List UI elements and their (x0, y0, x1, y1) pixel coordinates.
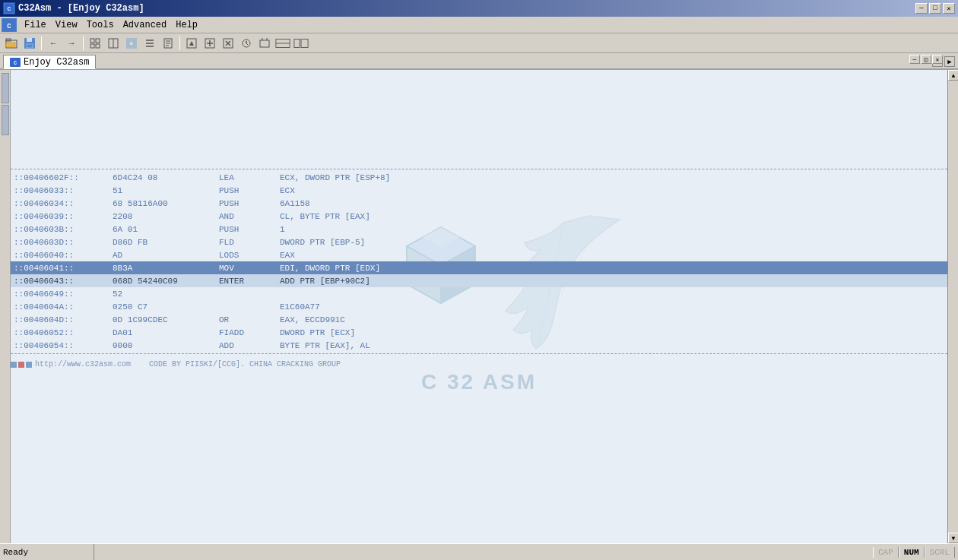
toolbar-back[interactable]: ← (45, 35, 62, 52)
code-row-2: ::00406034:: 68 58116A00 PUSH 6A1158 (11, 197, 947, 210)
code-mnem-7: MOV (219, 264, 280, 273)
code-ops-1: ECX (280, 186, 944, 195)
code-bytes-7: 8B3A (113, 264, 219, 273)
maximize-button[interactable]: □ (929, 3, 941, 14)
menu-file[interactable]: File (20, 17, 51, 33)
scroll-up-btn[interactable]: ▲ (948, 70, 958, 81)
toolbar-sep-2 (83, 36, 84, 50)
code-ops-2: 6A1158 (280, 199, 944, 208)
inner-restore-btn[interactable]: ◫ (921, 55, 931, 64)
toolbar-sep-1 (41, 36, 42, 50)
code-bytes-4: 6A 01 (113, 225, 219, 234)
status-num: NUM (899, 547, 925, 558)
code-ops-6: EAX (280, 251, 944, 260)
code-row-9: ::00406049:: 52 (11, 287, 947, 300)
code-mnem-1: PUSH (219, 186, 280, 195)
code-row-11: ::0040604D:: 0D 1C99CDEC OR EAX, ECCD991… (11, 313, 947, 326)
url-squares (11, 362, 32, 368)
toolbar: ← → ≡ (0, 33, 958, 53)
scroll-track[interactable] (948, 81, 958, 533)
code-bytes-9: 52 (113, 289, 219, 299)
inner-window-controls: ─ ◫ ✕ (909, 55, 943, 64)
code-ops-5: DWORD PTR [EBP-5] (280, 238, 944, 247)
toolbar-b11[interactable] (274, 35, 291, 52)
svg-rect-36 (260, 40, 269, 47)
toolbar-b3[interactable]: ≡ (123, 35, 140, 52)
title-text: C32Asm - [Enjoy C32asm] (18, 3, 144, 14)
svg-rect-42 (301, 39, 308, 47)
code-addr-3: ::00406039:: (14, 212, 113, 221)
code-row-8[interactable]: ::00406043:: 068D 54240C09 ENTER ADD PTR… (11, 274, 947, 287)
toolbar-b8[interactable] (220, 35, 236, 52)
code-addr-12: ::00406052:: (14, 328, 113, 337)
tab-bar: C Enjoy C32asm ◀ ▶ ─ ◫ ✕ (0, 53, 958, 70)
code-bytes-12: DA01 (113, 328, 219, 337)
code-ops-13: BYTE PTR [EAX], AL (280, 341, 944, 350)
code-row-12: ::00406052:: DA01 FIADD DWORD PTR [ECX] (11, 326, 947, 339)
toolbar-b7[interactable] (201, 35, 218, 52)
inner-close-btn[interactable]: ✕ (932, 55, 943, 64)
menu-bar: C File View Tools Advanced Help (0, 17, 958, 33)
code-mnem-5: FLD (219, 238, 280, 247)
code-mnem-13: ADD (219, 341, 280, 350)
tab-enjoy-c32asm[interactable]: C Enjoy C32asm (3, 55, 96, 69)
toolbar-sep-3 (179, 36, 180, 50)
code-ops-10: E1C60A77 (280, 302, 944, 312)
svg-text:C: C (7, 23, 11, 30)
svg-rect-10 (90, 39, 94, 43)
toolbar-b2[interactable] (105, 35, 122, 52)
toolbar-b1[interactable] (87, 35, 103, 52)
url-sq-3 (26, 362, 32, 368)
footer-url-text: http://www.c32asm.com (35, 360, 131, 369)
menu-tools[interactable]: Tools (82, 17, 119, 33)
title-bar: C C32Asm - [Enjoy C32asm] ─ □ ✕ (0, 0, 958, 17)
code-ops-12: DWORD PTR [ECX] (280, 328, 944, 337)
panel-indicator-2[interactable] (2, 105, 9, 135)
code-addr-0: ::00406602F:: (14, 173, 113, 182)
svg-line-35 (246, 43, 248, 45)
toolbar-b10[interactable] (256, 35, 273, 52)
toolbar-b4[interactable] (141, 35, 158, 52)
close-button[interactable]: ✕ (943, 3, 955, 14)
menu-help[interactable]: Help (171, 17, 202, 33)
svg-rect-12 (90, 44, 94, 48)
code-border-top (11, 169, 947, 169)
code-ops-3: CL, BYTE PTR [EAX] (280, 212, 944, 221)
code-mnem-0: LEA (219, 173, 280, 182)
code-ops-8: ADD PTR [EBP+90C2] (280, 277, 944, 286)
tab-nav-right[interactable]: ▶ (944, 56, 955, 67)
svg-rect-11 (96, 39, 100, 43)
code-border-bottom (11, 353, 947, 354)
menu-view[interactable]: View (51, 17, 82, 33)
code-row-13: ::00406054:: 0000 ADD BYTE PTR [EAX], AL (11, 339, 947, 352)
status-scrl: SCRL (925, 547, 955, 558)
code-bytes-10: 0250 C7 (113, 302, 219, 312)
code-addr-8: ::00406043:: (14, 277, 113, 286)
title-bar-controls: ─ □ ✕ (915, 3, 955, 14)
status-bar: Ready CAP NUM SCRL (0, 543, 958, 560)
code-bytes-8: 068D 54240C09 (113, 277, 219, 286)
scroll-down-btn[interactable]: ▼ (948, 533, 958, 543)
menu-advanced[interactable]: Advanced (119, 17, 172, 33)
minimize-button[interactable]: ─ (915, 3, 928, 14)
status-cap: CAP (873, 547, 899, 558)
code-row-0: ::00406602F:: 6D4C24 08 LEA ECX, DWORD P… (11, 171, 947, 184)
toolbar-b12[interactable] (293, 35, 309, 52)
code-row-7[interactable]: ::00406041:: 8B3A MOV EDI, DWORD PTR [ED… (11, 261, 947, 274)
code-addr-9: ::00406049:: (14, 289, 113, 299)
toolbar-forward[interactable]: → (63, 35, 80, 52)
inner-minimize-btn[interactable]: ─ (909, 55, 920, 64)
toolbar-b6[interactable] (183, 35, 200, 52)
toolbar-save[interactable] (21, 35, 38, 52)
code-bytes-6: AD (113, 251, 219, 260)
toolbar-b9[interactable] (238, 35, 255, 52)
code-bytes-11: 0D 1C99CDEC (113, 315, 219, 324)
code-row-4: ::0040603B:: 6A 01 PUSH 1 (11, 223, 947, 236)
toolbar-b5[interactable] (160, 35, 176, 52)
toolbar-open[interactable] (3, 35, 20, 52)
panel-indicator-1[interactable] (2, 73, 9, 103)
code-bytes-5: D86D FB (113, 238, 219, 247)
code-bytes-13: 0000 (113, 341, 219, 350)
svg-text:C: C (14, 60, 17, 66)
code-mnem-8: ENTER (219, 277, 280, 286)
